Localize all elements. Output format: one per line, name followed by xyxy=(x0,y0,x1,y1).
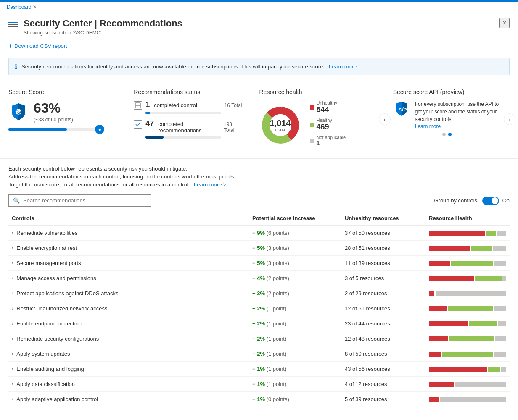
row-score-6: + 2% (1 point) xyxy=(249,320,341,327)
carousel-prev-button[interactable]: ‹ xyxy=(379,113,391,125)
row-score-1: + 5% (3 points) xyxy=(249,245,341,251)
banner-text: Security recommendations for identity an… xyxy=(21,63,325,70)
row-score-2: + 5% (3 points) xyxy=(249,260,341,266)
row-label-11: Apply adaptive application control xyxy=(16,396,98,402)
row-health-bar-10 xyxy=(426,382,510,387)
carousel-dot-2 xyxy=(448,133,452,136)
info-icon: ℹ xyxy=(15,63,17,71)
expand-icon-11[interactable]: › xyxy=(12,397,13,402)
svg-text:</>: </> xyxy=(399,106,407,113)
table-row[interactable]: › Apply adaptive application control + 1… xyxy=(8,392,510,407)
rec-count-2: 47 xyxy=(145,119,154,128)
row-score-3: + 4% (2 points) xyxy=(249,275,341,281)
controls-intro-line3: To get the max score, fix all recommenda… xyxy=(8,181,510,188)
expand-icon-9[interactable]: › xyxy=(12,367,13,371)
table-row[interactable]: › Enable auditing and logging + 1% (1 po… xyxy=(8,362,510,377)
breadcrumb-separator: > xyxy=(33,4,36,10)
table-row[interactable]: › Apply data classification + 1% (1 poin… xyxy=(8,377,510,392)
api-description: For every subscription, use the API to g… xyxy=(415,100,501,123)
expand-icon-7[interactable]: › xyxy=(12,336,13,341)
row-score-9: + 1% (1 point) xyxy=(249,366,341,372)
row-health-bar-2 xyxy=(426,261,510,266)
donut-chart: 1,014 TOTAL xyxy=(259,104,301,146)
row-unhealthy-4: 2 of 29 resources xyxy=(341,290,426,297)
recommendations-status-card: Recommendations status 1 completed contr… xyxy=(134,89,251,150)
api-shield-icon: </> xyxy=(393,100,410,117)
row-label-3: Manage access and permissions xyxy=(16,275,96,281)
table-row[interactable]: › Remediate vulnerabilities + 9% (6 poin… xyxy=(8,226,510,241)
row-health-bar-7 xyxy=(426,336,510,341)
na-dot xyxy=(310,139,314,143)
api-learn-more-link[interactable]: Learn more xyxy=(415,123,441,129)
health-legend: Unhealthy 544 Healthy 469 xyxy=(310,100,346,150)
row-unhealthy-6: 23 of 44 resources xyxy=(341,320,426,327)
row-score-10: + 1% (1 point) xyxy=(249,381,341,387)
expand-icon-8[interactable]: › xyxy=(12,352,13,356)
expand-icon-2[interactable]: › xyxy=(12,261,13,265)
expand-icon-6[interactable]: › xyxy=(12,321,13,326)
search-box: 🔍 xyxy=(8,194,151,207)
col-health: Resource Health xyxy=(426,215,510,221)
header-icon xyxy=(8,20,18,30)
row-name-6: › Enable endpoint protection xyxy=(8,320,249,327)
carousel-dots xyxy=(393,133,501,136)
group-by-state: On xyxy=(502,197,510,204)
secure-score-percentage: 63% xyxy=(34,100,73,116)
col-controls: Controls xyxy=(8,215,249,221)
carousel-next-button[interactable]: › xyxy=(504,113,515,125)
breadcrumb-dashboard[interactable]: Dashboard xyxy=(7,4,32,10)
download-csv-button[interactable]: Download CSV report xyxy=(14,43,67,49)
row-unhealthy-8: 8 of 50 resources xyxy=(341,351,426,357)
table-row[interactable]: › Restrict unauthorized network access +… xyxy=(8,301,510,316)
controls-section: Each security control below represents a… xyxy=(0,159,518,414)
controls-intro-line1: Each security control below represents a… xyxy=(8,165,510,172)
row-name-7: › Remediate security configurations xyxy=(8,336,249,342)
table-row[interactable]: › Apply system updates + 2% (1 point) 8 … xyxy=(8,346,510,362)
row-unhealthy-2: 11 of 39 resources xyxy=(341,260,426,266)
row-health-bar-8 xyxy=(426,352,510,357)
api-card-title: Secure score API (preview) xyxy=(393,89,501,95)
table-row[interactable]: › Enable encryption at rest + 5% (3 poin… xyxy=(8,241,510,256)
resource-health-card: Resource health 1,014 TOTAL xyxy=(259,89,376,150)
table-row[interactable]: › Enable endpoint protection + 2% (1 poi… xyxy=(8,316,510,331)
table-row[interactable]: › Secure management ports + 5% (3 points… xyxy=(8,256,510,271)
group-by-toggle[interactable] xyxy=(482,197,499,205)
row-label-5: Restrict unauthorized network access xyxy=(16,305,107,312)
row-health-bar-0 xyxy=(426,231,510,236)
expand-icon-5[interactable]: › xyxy=(12,306,13,311)
row-score-8: + 2% (1 point) xyxy=(249,351,341,357)
page-title: Security Center | Recommendations xyxy=(24,18,182,29)
page-subtitle: Showing subscription 'ASC DEMO' xyxy=(24,30,182,36)
table-row[interactable]: › Protect applications against DDoS atta… xyxy=(8,286,510,301)
toolbar: ⬇ Download CSV report xyxy=(0,39,518,53)
row-score-4: + 3% (2 points) xyxy=(249,290,341,297)
row-score-7: + 2% (1 point) xyxy=(249,336,341,342)
healthy-dot xyxy=(310,123,314,127)
healthy-count: 469 xyxy=(317,123,332,131)
row-label-1: Enable encryption at rest xyxy=(16,245,77,251)
banner-learn-more-link[interactable]: Learn more → xyxy=(329,63,364,70)
row-unhealthy-3: 3 of 5 resources xyxy=(341,275,426,281)
na-label: Not applicable xyxy=(317,135,346,140)
expand-icon-3[interactable]: › xyxy=(12,276,13,281)
expand-icon-10[interactable]: › xyxy=(12,382,13,386)
expand-icon-0[interactable]: › xyxy=(12,231,13,235)
col-score: Potential score increase xyxy=(249,215,341,221)
secure-score-card: Secure Score 63% (~38 of 60 points) xyxy=(8,89,125,150)
score-star-icon: ★ xyxy=(95,125,104,134)
table-header: Controls Potential score increase Unheal… xyxy=(8,212,510,226)
breadcrumb: Dashboard > xyxy=(0,2,518,13)
row-unhealthy-0: 37 of 50 resources xyxy=(341,230,426,236)
row-score-0: + 9% (6 points) xyxy=(249,230,341,236)
secure-score-shield xyxy=(8,102,29,122)
controls-learn-more-link[interactable]: Learn more > xyxy=(194,181,227,188)
expand-icon-1[interactable]: › xyxy=(12,246,13,250)
row-score-11: + 1% (0 points) xyxy=(249,396,341,402)
table-row[interactable]: › Manage access and permissions + 4% (2 … xyxy=(8,271,510,286)
expand-icon-4[interactable]: › xyxy=(12,291,13,296)
row-name-0: › Remediate vulnerabilities xyxy=(8,230,249,236)
search-input[interactable] xyxy=(23,197,147,204)
close-button[interactable]: × xyxy=(500,18,510,28)
table-row[interactable]: › Remediate security configurations + 2%… xyxy=(8,331,510,346)
donut-total-label: TOTAL xyxy=(270,128,291,132)
